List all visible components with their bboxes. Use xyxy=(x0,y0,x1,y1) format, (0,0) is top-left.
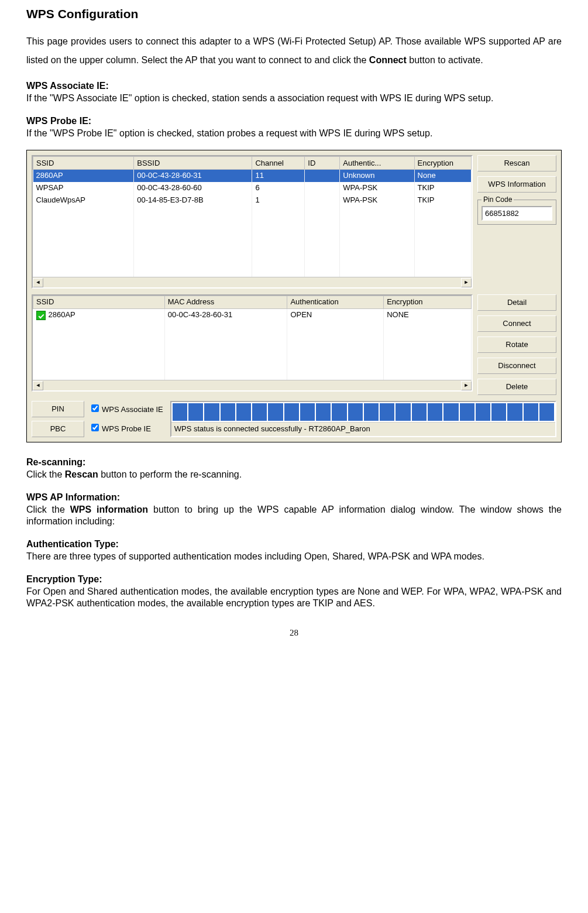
col-auth[interactable]: Authentic... xyxy=(340,157,414,170)
text-rescan-post: button to perform the re-scanning. xyxy=(98,469,242,479)
cell-auth: Unknown xyxy=(340,170,414,182)
text-authtype: There are three types of supported authe… xyxy=(26,551,484,561)
cell-ssid: 2860AP xyxy=(33,170,134,182)
col-ssid[interactable]: SSID xyxy=(33,157,134,170)
scroll-right-icon[interactable]: ► xyxy=(461,278,472,287)
profile-row-empty xyxy=(33,321,472,333)
wps-probe-label: WPS Probe IE xyxy=(102,424,151,433)
text-enctype: For Open and Shared authentication modes… xyxy=(26,586,562,609)
cell-enc: None xyxy=(414,170,471,182)
heading-probe: WPS Probe IE: xyxy=(26,116,91,126)
text-rescan-pre: Click the xyxy=(26,469,65,479)
profile-row-empty xyxy=(33,356,472,368)
disconnect-button[interactable]: Disconnect xyxy=(477,358,556,374)
cell-mac: 00-0C-43-28-60-31 xyxy=(164,309,287,321)
cell-ssid: ClaudeWpsAP xyxy=(33,194,134,207)
col-bssid[interactable]: BSSID xyxy=(134,157,252,170)
col-id[interactable]: ID xyxy=(305,157,340,170)
col-ssid[interactable]: SSID xyxy=(33,296,165,309)
cell-bssid: 00-0C-43-28-60-31 xyxy=(134,170,252,182)
intro-text: This page provides users to connect this… xyxy=(26,32,562,70)
profile-row-empty xyxy=(33,368,472,380)
wps-associate-checkbox-input[interactable] xyxy=(91,404,99,412)
col-enc[interactable]: Encryption xyxy=(384,296,472,309)
cell-bssid: 00-0C-43-28-60-60 xyxy=(134,182,252,194)
rescan-button[interactable]: Rescan xyxy=(477,155,556,171)
ap-row-empty xyxy=(33,218,472,230)
cell-auth: OPEN xyxy=(287,309,384,321)
profile-list-scrollbar[interactable]: ◄ ► xyxy=(33,380,472,390)
text-rescan-b: Rescan xyxy=(65,469,98,479)
pin-code-input[interactable] xyxy=(482,206,552,221)
cell-enc: NONE xyxy=(384,309,472,321)
intro-post: button to activate. xyxy=(407,55,483,65)
connect-button[interactable]: Connect xyxy=(477,315,556,332)
scroll-left-icon[interactable]: ◄ xyxy=(33,381,43,390)
ap-row-empty xyxy=(33,253,472,265)
cell-auth: WPA-PSK xyxy=(340,182,414,194)
scroll-right-icon[interactable]: ► xyxy=(461,381,472,390)
ap-row-empty xyxy=(33,207,472,218)
ap-row[interactable]: ClaudeWpsAP 00-14-85-E3-D7-8B 1 WPA-PSK … xyxy=(33,194,472,207)
profile-list-header: SSID MAC Address Authentication Encrypti… xyxy=(33,296,472,309)
wps-associate-label: WPS Associate IE xyxy=(102,405,163,414)
cell-id xyxy=(305,170,340,182)
ap-row-selected[interactable]: 2860AP 00-0C-43-28-60-31 11 Unknown None xyxy=(33,170,472,182)
heading-authtype: Authentication Type: xyxy=(26,539,119,549)
cell-enc: TKIP xyxy=(414,194,471,207)
section-assoc: WPS Associate IE: If the "WPS Associate … xyxy=(26,80,562,105)
delete-button[interactable]: Delete xyxy=(477,379,556,395)
cell-bssid: 00-14-85-E3-D7-8B xyxy=(134,194,252,207)
section-rescan: Re-scanning: Click the Rescan button to … xyxy=(26,456,562,481)
col-enc[interactable]: Encryption xyxy=(414,157,471,170)
profile-list[interactable]: SSID MAC Address Authentication Encrypti… xyxy=(32,294,473,392)
check-icon xyxy=(36,311,46,320)
profile-row-empty xyxy=(33,345,472,356)
cell-ssid: WPSAP xyxy=(33,182,134,194)
ap-list-header: SSID BSSID Channel ID Authentic... Encry… xyxy=(33,157,472,170)
detail-button[interactable]: Detail xyxy=(477,294,556,311)
cell-auth: WPA-PSK xyxy=(340,194,414,207)
wps-probe-checkbox[interactable]: WPS Probe IE xyxy=(91,424,163,434)
section-wpsinfo: WPS AP Information: Click the WPS inform… xyxy=(26,492,562,528)
ap-list-scrollbar[interactable]: ◄ ► xyxy=(33,277,472,287)
wps-probe-checkbox-input[interactable] xyxy=(91,424,99,431)
pin-code-group: Pin Code xyxy=(477,200,556,225)
cell-ssid-text: 2860AP xyxy=(49,310,75,319)
ap-row-empty xyxy=(33,230,472,242)
cell-channel: 11 xyxy=(252,170,305,182)
section-authtype: Authentication Type: There are three typ… xyxy=(26,538,562,563)
text-wpsinfo-b: WPS information xyxy=(70,504,148,514)
profile-row-empty xyxy=(33,333,472,345)
profile-row[interactable]: 2860AP 00-0C-43-28-60-31 OPEN NONE xyxy=(33,309,472,321)
cell-ssid: 2860AP xyxy=(33,309,165,321)
text-probe: If the "WPS Probe IE" option is checked,… xyxy=(26,128,432,138)
section-probe: WPS Probe IE: If the "WPS Probe IE" opti… xyxy=(26,115,562,140)
heading-enctype: Encryption Type: xyxy=(26,574,102,584)
pbc-button[interactable]: PBC xyxy=(32,421,84,437)
pin-code-label: Pin Code xyxy=(482,195,514,205)
ap-list[interactable]: SSID BSSID Channel ID Authentic... Encry… xyxy=(32,155,473,289)
col-mac[interactable]: MAC Address xyxy=(164,296,287,309)
pin-button[interactable]: PIN xyxy=(32,401,84,417)
scroll-left-icon[interactable]: ◄ xyxy=(33,278,43,287)
cell-channel: 6 xyxy=(252,182,305,194)
rotate-button[interactable]: Rotate xyxy=(477,337,556,353)
cell-enc: TKIP xyxy=(414,182,471,194)
wps-associate-checkbox[interactable]: WPS Associate IE xyxy=(91,404,163,415)
heading-wpsinfo: WPS AP Information: xyxy=(26,492,120,502)
wps-progress: WPS status is connected successfully - R… xyxy=(170,401,556,437)
ap-row-empty xyxy=(33,242,472,253)
ap-row[interactable]: WPSAP 00-0C-43-28-60-60 6 WPA-PSK TKIP xyxy=(33,182,472,194)
col-auth[interactable]: Authentication xyxy=(287,296,384,309)
col-channel[interactable]: Channel xyxy=(252,157,305,170)
wps-info-button[interactable]: WPS Information xyxy=(477,176,556,193)
cell-id xyxy=(305,182,340,194)
page-number: 28 xyxy=(26,627,562,639)
progress-bar xyxy=(171,402,555,422)
text-assoc: If the "WPS Associate IE" option is chec… xyxy=(26,93,493,103)
page-title: WPS Configuration xyxy=(26,6,562,22)
wps-dialog: SSID BSSID Channel ID Authentic... Encry… xyxy=(26,150,562,442)
ap-row-empty xyxy=(33,265,472,277)
wps-status-text: WPS status is connected successfully - R… xyxy=(171,422,555,436)
